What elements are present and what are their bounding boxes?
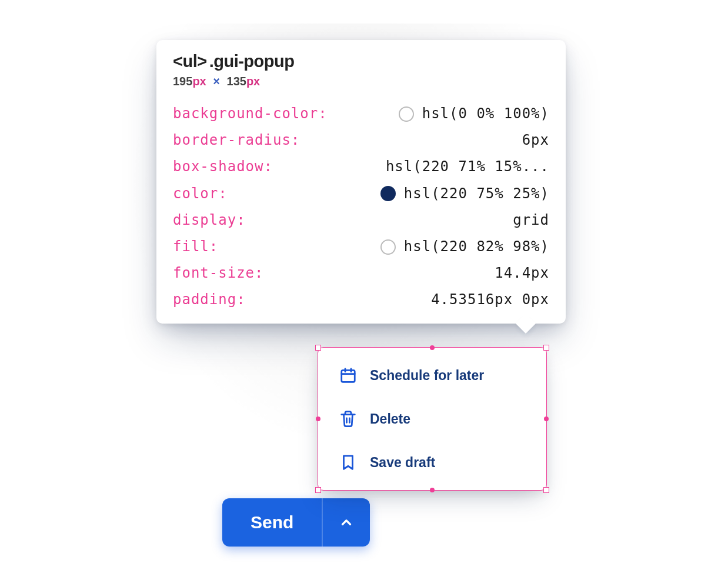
- inspect-prop-key: color: [173, 185, 228, 203]
- color-swatch-icon: [399, 106, 414, 122]
- inspect-prop-key: font-size: [173, 264, 264, 282]
- inspect-prop-value: hsl(220 82% 98%): [380, 238, 549, 256]
- selection-midpoint[interactable]: [430, 345, 435, 350]
- selection-handle[interactable]: [315, 345, 321, 351]
- inspect-prop-row: displaygrid: [173, 211, 549, 229]
- popup-item-delete[interactable]: Delete: [318, 397, 546, 441]
- chevron-up-icon: [339, 515, 354, 530]
- inspect-width: 195: [173, 75, 192, 88]
- send-more-button[interactable]: [323, 498, 370, 547]
- inspect-prop-key: border-radius: [173, 131, 300, 149]
- inspect-width-unit: px: [192, 75, 206, 88]
- gui-popup: Schedule for later Delete Save draft: [318, 347, 547, 491]
- popup-item-save-draft[interactable]: Save draft: [318, 441, 546, 484]
- inspect-props: background-colorhsl(0 0% 100%)border-rad…: [173, 105, 549, 309]
- inspect-height: 135: [227, 75, 246, 88]
- popup-item-label: Save draft: [370, 455, 435, 471]
- inspect-tooltip-arrow: [516, 314, 536, 334]
- inspect-prop-value-text: 14.4px: [495, 264, 549, 282]
- bookmark-icon: [339, 454, 357, 471]
- inspect-prop-row: font-size14.4px: [173, 264, 549, 282]
- inspect-prop-row: colorhsl(220 75% 25%): [173, 185, 549, 203]
- inspect-prop-value-text: hsl(220 71% 15%...: [386, 158, 549, 176]
- inspect-prop-row: background-colorhsl(0 0% 100%): [173, 105, 549, 123]
- selection-handle[interactable]: [315, 487, 321, 493]
- inspect-prop-row: border-radius6px: [173, 131, 549, 149]
- selection-midpoint[interactable]: [430, 488, 435, 492]
- selection-midpoint[interactable]: [316, 417, 320, 421]
- popup-item-label: Delete: [370, 411, 410, 427]
- inspect-prop-value: 14.4px: [495, 264, 549, 282]
- color-swatch-icon: [380, 239, 396, 255]
- inspect-selector: <ul>.gui-popup: [173, 52, 549, 71]
- inspect-prop-key: background-color: [173, 105, 328, 123]
- inspect-times: ×: [209, 75, 223, 88]
- selection-handle[interactable]: [543, 487, 549, 493]
- inspect-prop-value-text: hsl(0 0% 100%): [422, 105, 549, 123]
- inspect-prop-value: hsl(220 75% 25%): [380, 185, 549, 203]
- send-button[interactable]: Send: [222, 498, 323, 547]
- calendar-icon: [339, 367, 357, 384]
- inspect-prop-value-text: grid: [513, 211, 549, 229]
- inspect-prop-value-text: hsl(220 82% 98%): [404, 238, 549, 256]
- svg-rect-0: [342, 370, 355, 382]
- inspect-prop-value-text: 6px: [522, 131, 549, 149]
- send-split-button: Send: [222, 498, 370, 547]
- inspect-prop-value-text: hsl(220 75% 25%): [404, 185, 549, 203]
- inspect-prop-key: fill: [173, 238, 218, 256]
- inspect-prop-value: 6px: [522, 131, 549, 149]
- inspect-prop-value: grid: [513, 211, 549, 229]
- inspect-prop-key: display: [173, 211, 246, 229]
- inspect-prop-row: fillhsl(220 82% 98%): [173, 238, 549, 256]
- inspect-selector-class: .gui-popup: [209, 52, 295, 71]
- inspect-tooltip: <ul>.gui-popup 195px × 135px background-…: [156, 40, 566, 324]
- selection-handle[interactable]: [543, 345, 549, 351]
- inspect-prop-value-text: 4.53516px 0px: [431, 291, 549, 309]
- inspect-selector-tag: <ul>: [173, 52, 207, 71]
- inspect-dimensions: 195px × 135px: [173, 75, 549, 88]
- color-swatch-icon: [380, 186, 396, 201]
- inspect-prop-value: hsl(0 0% 100%): [399, 105, 549, 123]
- popup-item-schedule[interactable]: Schedule for later: [318, 354, 546, 397]
- inspect-prop-value: hsl(220 71% 15%...: [386, 158, 549, 176]
- inspect-prop-value: 4.53516px 0px: [431, 291, 549, 309]
- popup-item-label: Schedule for later: [370, 368, 484, 384]
- inspect-height-unit: px: [246, 75, 260, 88]
- inspect-prop-row: padding4.53516px 0px: [173, 291, 549, 309]
- selection-midpoint[interactable]: [544, 417, 549, 421]
- inspect-prop-key: box-shadow: [173, 158, 273, 176]
- trash-icon: [339, 410, 357, 428]
- inspect-prop-row: box-shadowhsl(220 71% 15%...: [173, 158, 549, 176]
- inspect-prop-key: padding: [173, 291, 246, 309]
